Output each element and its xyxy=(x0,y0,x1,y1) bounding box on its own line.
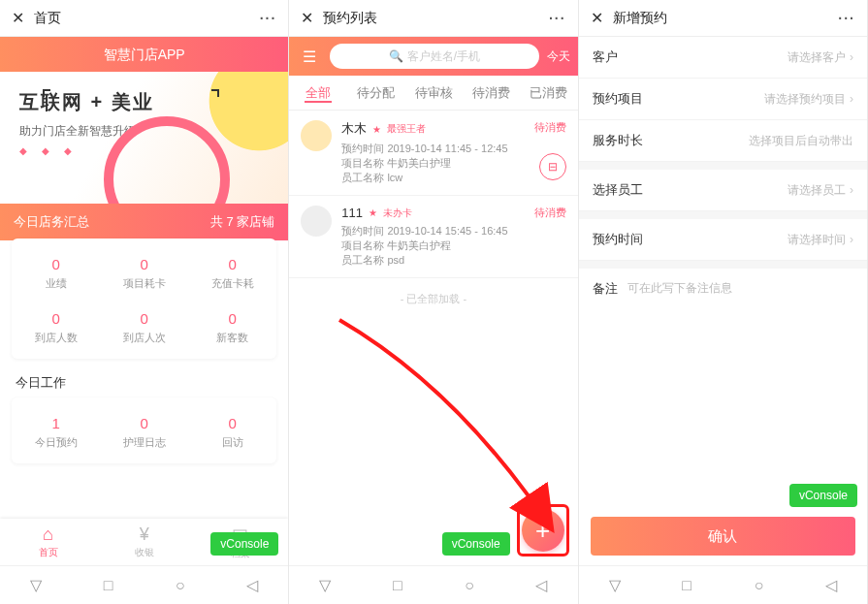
content: 客户 请选择客户 › 预约项目 请选择预约项目 › 服务时长 选择项目后自动带出… xyxy=(579,37,867,565)
list-item[interactable]: 111 ★ 未办卡 预约时间 2019-10-14 15:45 - 16:45 … xyxy=(289,196,577,278)
nav-back-icon[interactable]: ◁ xyxy=(532,577,550,594)
close-icon[interactable]: ✕ xyxy=(591,9,603,27)
stat-cell[interactable]: 1今日预约 xyxy=(12,405,100,460)
summary-left: 今日店务汇总 xyxy=(14,213,89,231)
close-icon[interactable]: ✕ xyxy=(12,9,24,27)
phone-new: ✕ 新增预约 ··· 客户 请选择客户 › 预约项目 请选择预约项目 › 服务时… xyxy=(579,0,868,604)
avatar xyxy=(301,120,332,151)
stat-cell[interactable]: 0回访 xyxy=(188,405,276,460)
banner-dots: ◆ ◆ ◆ xyxy=(19,145,269,156)
loaded-text: - 已全部加载 - xyxy=(289,292,577,306)
filter-tabs: 全部 待分配 待审核 待消费 已消费 xyxy=(289,76,577,111)
highlight-box xyxy=(517,504,569,556)
nav-recent-icon[interactable]: □ xyxy=(678,577,695,594)
row-remark[interactable]: 备注 可在此写下备注信息 xyxy=(579,269,867,309)
topbar-title: 首页 xyxy=(34,10,260,27)
phone-list: ✕ 预约列表 ··· ☰ 🔍 客户姓名/手机 今天 全部 待分配 待审核 待消费… xyxy=(289,0,578,604)
topbar: ✕ 首页 ··· xyxy=(0,0,288,37)
item-tag: 最强王者 xyxy=(387,122,426,136)
system-nav: ▽ □ ○ ◁ xyxy=(289,565,577,604)
content: 智慧门店APP 互联网 + 美业 助力门店全新智慧升级 ◆ ◆ ◆ 今日店务汇总… xyxy=(0,37,288,565)
nav-home-icon[interactable]: ○ xyxy=(172,577,189,594)
item-name: 木木 xyxy=(341,120,367,138)
stat-cell[interactable]: 0到店人次 xyxy=(100,301,188,355)
tab-done[interactable]: 已消费 xyxy=(520,84,577,102)
stats-card: 0业绩0项目耗卡0充值卡耗 0到店人数0到店人次0新客数 xyxy=(12,238,276,359)
work-card: 1今日预约0护理日志0回访 xyxy=(12,397,276,463)
vconsole-button[interactable]: vConsole xyxy=(789,484,857,507)
stat-cell[interactable]: 0护理日志 xyxy=(100,405,188,460)
tab-bar: ⌂ 首页 ¥ 收银 ▤ 档案 vConsole xyxy=(0,519,288,565)
stat-cell[interactable]: 0新客数 xyxy=(188,301,276,355)
more-icon[interactable]: ··· xyxy=(838,11,855,26)
list-icon[interactable]: ☰ xyxy=(297,44,322,69)
item-name: 111 xyxy=(341,206,363,220)
content: ☰ 🔍 客户姓名/手机 今天 全部 待分配 待审核 待消费 已消费 木木 ★ 最… xyxy=(289,37,577,565)
phone-home: ✕ 首页 ··· 智慧门店APP 互联网 + 美业 助力门店全新智慧升级 ◆ ◆… xyxy=(0,0,289,604)
system-nav: ▽ □ ○ ◁ xyxy=(0,565,288,604)
more-icon[interactable]: ··· xyxy=(260,11,277,26)
topbar-title: 新增预约 xyxy=(613,10,839,27)
row-project[interactable]: 预约项目 请选择预约项目 › xyxy=(579,79,867,120)
confirm-button[interactable]: 确认 xyxy=(591,517,855,556)
tab-home[interactable]: ⌂ 首页 xyxy=(0,525,96,559)
section-title: 今日工作 xyxy=(16,374,273,392)
nav-menu-icon[interactable]: ▽ xyxy=(316,577,334,594)
stats-row-2: 0到店人数0到店人次0新客数 xyxy=(12,301,276,355)
stat-cell[interactable]: 0到店人数 xyxy=(12,301,100,355)
chevron-right-icon: › xyxy=(850,183,853,197)
avatar xyxy=(301,206,332,237)
nav-home-icon[interactable]: ○ xyxy=(750,577,767,594)
item-proj: 项目名称 牛奶美白护程 xyxy=(341,238,565,253)
nav-menu-icon[interactable]: ▽ xyxy=(606,577,624,594)
star-icon: ★ xyxy=(372,124,381,135)
item-time: 预约时间 2019-10-14 15:45 - 16:45 xyxy=(341,224,565,238)
tab-audit[interactable]: 待审核 xyxy=(404,84,462,102)
search-input[interactable]: 🔍 客户姓名/手机 xyxy=(330,44,538,69)
search-icon: 🔍 xyxy=(389,49,403,63)
today-button[interactable]: 今天 xyxy=(547,48,570,65)
home-icon: ⌂ xyxy=(0,525,96,545)
topbar: ✕ 预约列表 ··· xyxy=(289,0,577,37)
tab-pending[interactable]: 待消费 xyxy=(463,84,520,102)
summary-right[interactable]: 共 7 家店铺 xyxy=(210,213,274,231)
close-icon[interactable]: ✕ xyxy=(301,9,313,27)
stat-cell[interactable]: 0充值卡耗 xyxy=(188,246,276,301)
row-time[interactable]: 预约时间 请选择时间 › xyxy=(579,219,867,261)
more-icon[interactable]: ··· xyxy=(549,11,566,26)
chevron-right-icon: › xyxy=(850,92,853,106)
stats-row-1: 0业绩0项目耗卡0充值卡耗 xyxy=(12,246,276,301)
stat-cell[interactable]: 0业绩 xyxy=(12,246,100,301)
row-customer[interactable]: 客户 请选择客户 › xyxy=(579,37,867,79)
nav-recent-icon[interactable]: □ xyxy=(389,577,406,594)
tab-all[interactable]: 全部 xyxy=(289,84,346,102)
tab-assign[interactable]: 待分配 xyxy=(347,84,404,102)
topbar: ✕ 新增预约 ··· xyxy=(579,0,867,37)
app-header: 智慧门店APP xyxy=(0,37,288,72)
item-emp: 员工名称 lcw xyxy=(341,171,565,185)
item-status: 待消费 xyxy=(534,120,566,135)
nav-recent-icon[interactable]: □ xyxy=(99,577,116,594)
vconsole-button[interactable]: vConsole xyxy=(210,532,278,556)
nav-menu-icon[interactable]: ▽ xyxy=(27,577,45,594)
system-nav: ▽ □ ○ ◁ xyxy=(579,565,867,604)
summary-bar: 今日店务汇总 共 7 家店铺 xyxy=(0,204,288,240)
nav-back-icon[interactable]: ◁ xyxy=(822,577,840,594)
scan-button[interactable]: ⊟ xyxy=(539,153,566,180)
list-item[interactable]: 木木 ★ 最强王者 预约时间 2019-10-14 11:45 - 12:45 … xyxy=(289,111,577,196)
row-duration: 服务时长 选择项目后自动带出 xyxy=(579,120,867,162)
work-row: 1今日预约0护理日志0回访 xyxy=(12,405,276,460)
banner-sub: 助力门店全新智慧升级 xyxy=(19,123,269,140)
nav-back-icon[interactable]: ◁ xyxy=(243,577,261,594)
vconsole-button[interactable]: vConsole xyxy=(442,532,510,556)
nav-home-icon[interactable]: ○ xyxy=(461,577,478,594)
star-icon: ★ xyxy=(369,207,377,218)
banner: 互联网 + 美业 助力门店全新智慧升级 ◆ ◆ ◆ xyxy=(0,72,288,204)
cashier-icon: ¥ xyxy=(96,525,192,545)
stat-cell[interactable]: 0项目耗卡 xyxy=(100,246,188,301)
tab-cashier[interactable]: ¥ 收银 xyxy=(96,525,192,559)
search-bar: ☰ 🔍 客户姓名/手机 今天 xyxy=(289,37,577,76)
row-staff[interactable]: 选择员工 请选择员工 › xyxy=(579,170,867,211)
banner-title: 互联网 + 美业 xyxy=(19,89,269,115)
item-emp: 员工名称 psd xyxy=(341,253,565,268)
